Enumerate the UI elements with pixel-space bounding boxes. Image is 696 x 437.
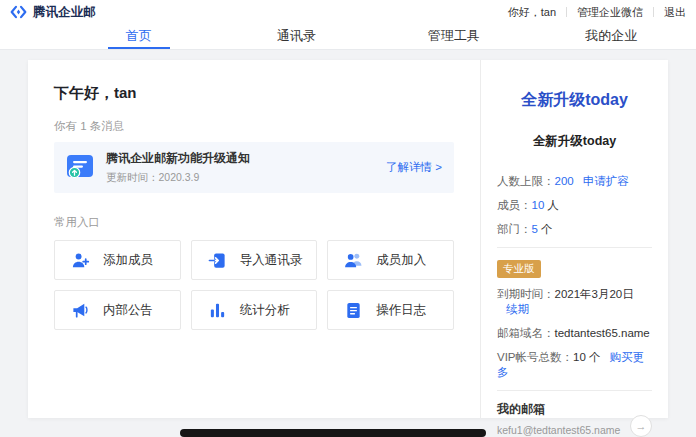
shortcut-operation-log[interactable]: 操作日志 — [327, 290, 454, 330]
tab-contacts[interactable]: 通讯录 — [218, 24, 376, 49]
divider — [566, 7, 567, 17]
expand-capacity-link[interactable]: 申请扩容 — [583, 175, 629, 187]
expiry-label: 到期时间： — [497, 288, 555, 300]
shortcut-statistics[interactable]: 统计分析 — [191, 290, 318, 330]
expiry-value: 2021年3月20日 — [555, 288, 634, 300]
divider — [497, 390, 652, 391]
member-limit-row: 人数上限：200申请扩容 — [497, 174, 652, 189]
my-mailbox-section: 我的邮箱 kefu1@tedtantest65.name → — [497, 401, 652, 437]
domain-row: 邮箱域名：tedtantest65.name — [497, 326, 652, 341]
member-limit-label: 人数上限： — [497, 175, 555, 187]
members-value: 10 — [532, 199, 545, 211]
operation-log-icon — [344, 301, 363, 320]
add-member-icon — [71, 251, 90, 270]
logout-link[interactable]: 退出 — [664, 5, 686, 20]
main-left-panel: 下午好，tan 你有 1 条消息 腾讯企业邮新功能升级通知 更新时间：2020.… — [28, 60, 480, 418]
members-label: 成员： — [497, 199, 532, 211]
shortcut-add-member[interactable]: 添加成员 — [54, 240, 181, 280]
topbar: 腾讯企业邮 你好，tan 管理企业微信 退出 — [0, 0, 696, 24]
shortcut-label: 操作日志 — [376, 302, 426, 319]
shortcut-label: 导入通讯录 — [240, 252, 303, 269]
shortcut-import-contacts[interactable]: 导入通讯录 — [191, 240, 318, 280]
shortcuts-title: 常用入口 — [54, 215, 454, 230]
message-count: 你有 1 条消息 — [54, 119, 454, 134]
notification-texts: 腾讯企业邮新功能升级通知 更新时间：2020.3.9 — [106, 150, 250, 185]
mailbox-title: 我的邮箱 — [497, 401, 652, 418]
members-unit: 人 — [547, 199, 559, 211]
manage-wecom-link[interactable]: 管理企业微信 — [577, 5, 643, 20]
org-stats: 人数上限：200申请扩容 成员：10人 部门：5个 — [497, 174, 652, 237]
open-mailbox-button[interactable]: → — [630, 415, 652, 437]
app-title: 腾讯企业邮 — [33, 4, 96, 21]
tab-home[interactable]: 首页 — [60, 24, 218, 49]
shortcut-label: 添加成员 — [103, 252, 153, 269]
bottom-dark-bar — [180, 429, 486, 437]
shortcut-member-join[interactable]: 成员加入 — [327, 240, 454, 280]
renew-link[interactable]: 续期 — [506, 303, 529, 315]
exmail-logo-icon — [10, 5, 27, 19]
shortcut-label: 成员加入 — [376, 252, 426, 269]
main-nav: 首页 通讯录 管理工具 我的企业 — [0, 24, 696, 50]
notification-title: 腾讯企业邮新功能升级通知 — [106, 150, 250, 167]
app-logo[interactable]: 腾讯企业邮 — [10, 4, 96, 21]
departments-label: 部门： — [497, 223, 532, 235]
user-greeting: 你好，tan — [508, 5, 556, 20]
shortcut-label: 内部公告 — [103, 302, 153, 319]
departments-row: 部门：5个 — [497, 222, 652, 237]
announcement-icon — [71, 301, 90, 320]
page-greeting: 下午好，tan — [54, 84, 454, 103]
shortcut-announcement[interactable]: 内部公告 — [54, 290, 181, 330]
import-contacts-icon — [208, 251, 227, 270]
main-card: 下午好，tan 你有 1 条消息 腾讯企业邮新功能升级通知 更新时间：2020.… — [28, 60, 668, 418]
notification-detail-link[interactable]: 了解详情 > — [386, 160, 442, 175]
sidebar-panel: 全新升级today 全新升级today 人数上限：200申请扩容 成员：10人 … — [480, 60, 668, 418]
vip-label: VIP帐号总数： — [497, 351, 573, 363]
notification-item[interactable]: 腾讯企业邮新功能升级通知 更新时间：2020.3.9 了解详情 > — [54, 142, 454, 193]
notification-time: 更新时间：2020.3.9 — [106, 171, 250, 185]
tab-admin-tools[interactable]: 管理工具 — [375, 24, 533, 49]
member-limit-value: 200 — [555, 175, 574, 187]
divider — [653, 7, 654, 17]
expiry-row: 到期时间：2021年3月20日续期 — [497, 287, 652, 317]
member-join-icon — [344, 251, 363, 270]
domain-value: tedtantest65.name — [555, 327, 650, 339]
promo-subtitle: 全新升级today — [497, 133, 652, 150]
promo-banner-title[interactable]: 全新升级today — [497, 90, 652, 111]
shortcut-label: 统计分析 — [240, 302, 290, 319]
statistics-icon — [208, 301, 227, 320]
departments-value: 5 — [532, 223, 538, 235]
mail-upgrade-icon — [66, 152, 94, 184]
domain-label: 邮箱域名： — [497, 327, 555, 339]
members-row: 成员：10人 — [497, 198, 652, 213]
topbar-right: 你好，tan 管理企业微信 退出 — [508, 5, 686, 20]
vip-row: VIP帐号总数：10 个购买更多 — [497, 350, 652, 380]
vip-value: 10 个 — [573, 351, 601, 363]
plan-badge: 专业版 — [497, 260, 541, 278]
shortcuts-grid: 添加成员 导入通讯录 — [54, 240, 454, 330]
departments-unit: 个 — [541, 223, 553, 235]
mailbox-address: kefu1@tedtantest65.name — [497, 424, 652, 436]
tab-my-company[interactable]: 我的企业 — [533, 24, 691, 49]
divider — [497, 247, 652, 248]
